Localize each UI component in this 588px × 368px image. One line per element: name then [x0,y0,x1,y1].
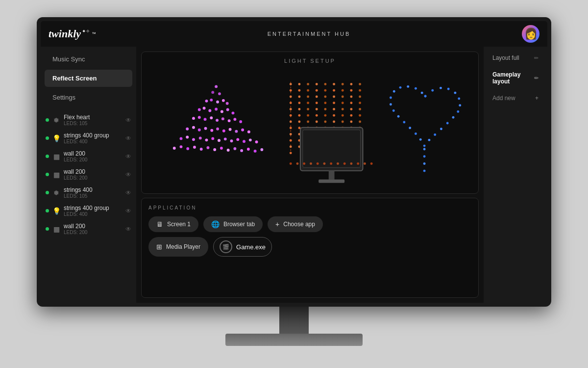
svg-point-20 [221,117,224,120]
list-item[interactable]: ❅ strings 400 LEDS: 105 👁 [41,184,136,202]
svg-point-98 [316,89,318,92]
list-item[interactable]: ▦ wall 200 LEDS: 200 👁 [41,147,136,165]
svg-point-100 [316,102,318,104]
svg-point-123 [333,114,335,117]
svg-point-92 [307,121,309,123]
svg-point-202 [407,85,409,88]
eye-icon[interactable]: 👁 [125,226,131,233]
list-item[interactable]: 💡 strings 400 group LEDS: 400 👁 [41,129,136,147]
svg-rect-164 [318,180,344,183]
list-item[interactable]: ▦ wall 200 LEDS: 200 👁 [41,165,136,184]
layout-full-item[interactable]: Layout full ✏ [488,51,543,65]
eye-icon[interactable]: 👁 [125,135,131,142]
device-icon: ❅ [52,116,61,124]
svg-point-31 [229,128,232,131]
edit-icon[interactable]: ✏ [534,55,539,61]
svg-point-165 [290,162,292,165]
choose-app-button[interactable]: + Choose app [268,216,323,232]
svg-point-88 [307,96,309,98]
svg-point-176 [364,162,366,165]
avatar[interactable]: 👩 [522,25,539,43]
application-title: APPLICATION [148,205,471,210]
online-indicator [46,227,49,231]
svg-point-64 [290,89,292,92]
list-item[interactable]: ❅ Flex heart LEDS: 105 👁 [41,111,136,129]
game-exe-button[interactable]: 🎬 Game.exe [213,237,272,257]
svg-point-6 [222,99,225,102]
device-leds: LEDS: 105 [64,121,122,126]
device-leds: LEDS: 200 [64,157,122,162]
svg-point-36 [186,135,189,138]
svg-point-17 [204,118,207,121]
svg-point-70 [290,127,292,129]
screen-icon: 🖥 [156,220,163,228]
svg-point-141 [350,89,352,92]
svg-point-122 [333,108,335,110]
svg-point-23 [239,120,242,123]
svg-point-175 [357,162,359,165]
svg-point-9 [203,107,206,110]
eye-icon[interactable]: 👁 [125,171,131,178]
svg-point-174 [350,162,352,165]
eye-icon[interactable]: 👁 [125,117,131,124]
stand-neck [279,307,309,334]
svg-point-72 [290,139,292,142]
svg-point-76 [298,89,300,92]
svg-point-103 [316,121,318,123]
svg-point-196 [397,115,400,118]
svg-point-43 [230,139,233,142]
device-info: Flex heart LEDS: 105 [64,114,122,126]
svg-point-140 [350,83,352,85]
svg-point-48 [173,147,176,150]
eye-icon[interactable]: 👁 [125,189,131,196]
device-info: wall 200 LEDS: 200 [64,150,122,162]
svg-rect-163 [329,171,335,180]
svg-point-14 [232,111,235,114]
svg-point-204 [421,92,423,94]
svg-point-119 [333,89,335,92]
svg-point-198 [390,103,392,105]
browser-label: Browser tab [223,221,255,228]
screen1-button[interactable]: 🖥 Screen 1 [148,216,198,232]
add-layout-button[interactable]: Add new + [488,91,543,105]
svg-point-51 [193,146,196,149]
svg-point-201 [399,86,402,89]
eye-icon[interactable]: 👁 [125,153,131,160]
online-indicator [46,136,49,140]
svg-point-37 [192,138,195,141]
media-player-button[interactable]: ⊞ Media Player [148,237,208,257]
svg-point-27 [204,127,207,130]
gameplay-layout-item[interactable]: Gameplay layout ✏ [488,67,543,89]
list-item[interactable]: 💡 strings 400 group LEDS: 400 👁 [41,202,136,220]
svg-point-24 [186,128,189,131]
svg-point-143 [350,102,352,104]
svg-point-65 [290,96,292,98]
svg-point-124 [333,121,335,123]
svg-point-49 [180,145,183,148]
svg-point-194 [409,127,411,129]
nav-reflect-screen[interactable]: Reflect Screen [45,70,132,87]
svg-point-87 [307,89,309,92]
nav-music-sync[interactable]: Music Sync [45,51,132,68]
browser-tab-button[interactable]: 🌐 Browser tab [203,216,263,232]
list-item[interactable]: ▦ wall 200 LEDS: 200 👁 [41,220,136,238]
svg-point-101 [316,108,318,110]
eye-icon[interactable]: 👁 [125,208,131,214]
edit-icon[interactable]: ✏ [534,75,539,81]
svg-point-155 [359,108,361,110]
monitor-bezel: twinkly ✦✧ ™ ENTERTAINMENT HUB 👩 Music S… [37,17,551,307]
svg-point-30 [222,130,225,132]
svg-point-45 [243,140,245,143]
svg-point-187 [446,122,449,125]
svg-point-90 [307,108,309,110]
svg-point-53 [206,146,209,149]
sidebar: Music Sync Reflect Screen Settings ❅ Fle… [41,47,136,303]
svg-point-118 [333,83,335,85]
svg-point-41 [218,139,220,142]
svg-point-69 [290,121,292,123]
nav-settings[interactable]: Settings [45,89,132,106]
app-container: twinkly ✦✧ ™ ENTERTAINMENT HUB 👩 Music S… [41,21,547,303]
svg-point-110 [324,96,326,98]
svg-point-46 [249,138,252,141]
svg-point-79 [298,108,300,110]
